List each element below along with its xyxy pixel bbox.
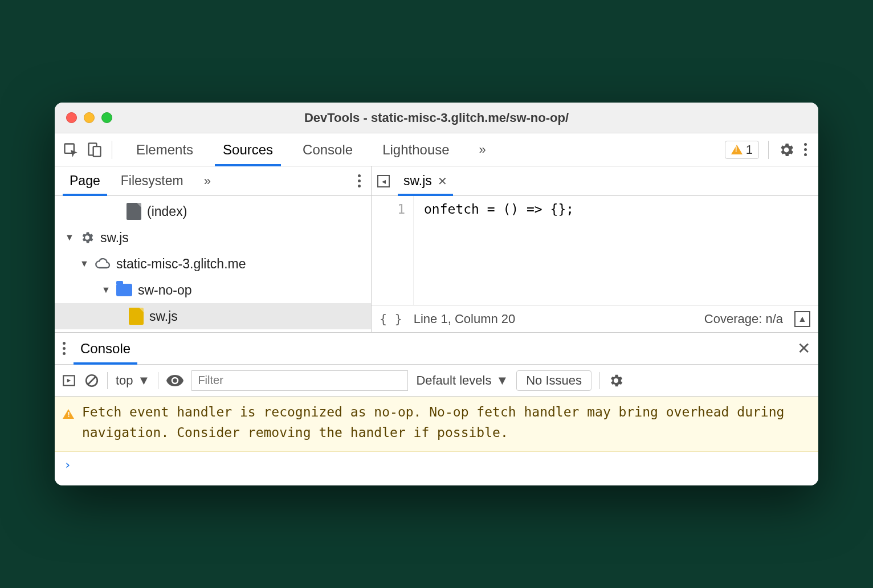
file-tab-label: sw.js — [403, 173, 432, 189]
file-icon — [127, 203, 141, 220]
code-content: onfetch = () => {}; — [414, 196, 574, 305]
disclosure-triangle-icon[interactable]: ▼ — [80, 259, 89, 269]
main-toolbar: Elements Sources Console Lighthouse » 1 — [55, 133, 818, 166]
divider — [599, 372, 600, 389]
tab-overflow[interactable]: » — [464, 133, 501, 166]
tree-item-index[interactable]: (index) — [55, 198, 371, 224]
tab-console[interactable]: Console — [288, 133, 368, 166]
drawer-more-icon[interactable] — [63, 342, 66, 355]
warning-icon — [63, 405, 74, 443]
console-warning-text: Fetch event handler is recognized as no-… — [82, 402, 810, 443]
console-settings-icon[interactable] — [608, 373, 624, 389]
warnings-count: 1 — [746, 142, 753, 157]
line-gutter: 1 — [372, 196, 414, 305]
window-close-button[interactable] — [66, 112, 77, 123]
levels-label: Default levels — [416, 373, 491, 388]
code-line: onfetch = () => {}; — [424, 202, 574, 217]
console-filter-input[interactable] — [191, 370, 408, 391]
titlebar: DevTools - static-misc-3.glitch.me/sw-no… — [55, 103, 818, 133]
log-levels-selector[interactable]: Default levels ▼ — [416, 373, 508, 388]
settings-icon[interactable] — [778, 141, 795, 158]
disclosure-triangle-icon[interactable]: ▼ — [65, 232, 74, 243]
navigator-tab-overflow[interactable]: » — [194, 166, 221, 195]
console-toolbar: top ▼ Default levels ▼ No Issues — [55, 365, 818, 397]
service-worker-icon — [80, 230, 95, 245]
navigator-tab-filesystem[interactable]: Filesystem — [111, 166, 194, 195]
drawer-tab-console[interactable]: Console — [70, 333, 141, 364]
divider — [158, 372, 158, 389]
traffic-lights — [66, 112, 112, 123]
file-tree: (index) ▼ sw.js ▼ static-misc-3.glitch.m… — [55, 196, 371, 332]
tab-sources[interactable]: Sources — [208, 133, 288, 166]
more-menu-icon[interactable] — [804, 143, 807, 156]
live-expression-icon[interactable] — [166, 375, 183, 386]
window-minimize-button[interactable] — [84, 112, 95, 123]
dropdown-icon: ▼ — [496, 373, 508, 388]
issues-label: No Issues — [526, 373, 582, 388]
context-label: top — [116, 373, 133, 388]
editor-status-bar: { } Line 1, Column 20 Coverage: n/a ▲ — [372, 305, 818, 332]
svg-rect-2 — [93, 146, 101, 157]
show-details-icon[interactable]: ▲ — [794, 311, 810, 327]
devtools-window: DevTools - static-misc-3.glitch.me/sw-no… — [55, 103, 818, 485]
clear-console-icon[interactable] — [84, 373, 99, 388]
cursor-position: Line 1, Column 20 — [414, 312, 516, 326]
toggle-sidebar-icon[interactable] — [62, 373, 76, 388]
editor-pane: ◂ sw.js ✕ 1 onfetch = () => {}; { } Line… — [372, 166, 818, 332]
tree-item-folder[interactable]: ▼ sw-no-op — [55, 277, 371, 303]
cloud-icon — [95, 258, 111, 270]
tree-item-file-swjs[interactable]: sw.js — [55, 303, 371, 329]
drawer-tabbar: Console ✕ — [55, 333, 818, 365]
device-toolbar-icon[interactable] — [87, 142, 103, 158]
navigator-tab-page[interactable]: Page — [59, 166, 111, 195]
issues-button[interactable]: No Issues — [516, 370, 591, 391]
code-editor[interactable]: 1 onfetch = () => {}; — [372, 196, 818, 305]
console-body: Fetch event handler is recognized as no-… — [55, 397, 818, 485]
tree-label: sw.js — [100, 230, 129, 246]
tree-item-domain[interactable]: ▼ static-misc-3.glitch.me — [55, 251, 371, 277]
tab-lighthouse[interactable]: Lighthouse — [368, 133, 464, 166]
warnings-badge[interactable]: 1 — [725, 141, 759, 159]
folder-icon — [116, 284, 132, 296]
line-number: 1 — [372, 202, 405, 217]
tree-label: static-misc-3.glitch.me — [116, 256, 246, 272]
console-prompt[interactable]: › — [55, 452, 818, 485]
inspect-element-icon[interactable] — [63, 142, 79, 158]
dropdown-icon: ▼ — [138, 373, 150, 388]
file-tab-swjs[interactable]: sw.js ✕ — [400, 166, 451, 195]
prompt-chevron-icon: › — [64, 458, 71, 472]
tree-label: sw-no-op — [138, 283, 192, 298]
navigator-pane: Page Filesystem » (index) ▼ s — [55, 166, 372, 332]
navigator-tabs: Page Filesystem » — [55, 166, 371, 196]
window-zoom-button[interactable] — [101, 112, 112, 123]
pretty-print-icon[interactable]: { } — [380, 312, 402, 326]
divider — [107, 372, 108, 389]
tree-label: sw.js — [149, 309, 178, 324]
close-icon[interactable]: ✕ — [438, 174, 447, 188]
js-file-icon — [129, 308, 144, 325]
navigator-more-icon[interactable] — [358, 174, 361, 187]
tab-elements[interactable]: Elements — [121, 133, 208, 166]
context-selector[interactable]: top ▼ — [116, 373, 150, 388]
window-title: DevTools - static-misc-3.glitch.me/sw-no… — [55, 111, 818, 125]
editor-tabbar: ◂ sw.js ✕ — [372, 166, 818, 196]
tree-label: (index) — [147, 204, 187, 219]
toggle-navigator-icon[interactable]: ◂ — [377, 175, 390, 187]
sources-panel: Page Filesystem » (index) ▼ s — [55, 166, 818, 333]
disclosure-triangle-icon[interactable]: ▼ — [101, 285, 111, 295]
coverage-label: Coverage: n/a — [704, 312, 783, 326]
svg-line-5 — [88, 377, 96, 384]
divider — [112, 141, 112, 159]
panel-tabs: Elements Sources Console Lighthouse » — [121, 133, 501, 166]
divider — [768, 141, 769, 159]
warning-icon — [731, 145, 743, 154]
console-warning-row[interactable]: Fetch event handler is recognized as no-… — [55, 397, 818, 451]
tree-item-sw-root[interactable]: ▼ sw.js — [55, 224, 371, 251]
close-drawer-icon[interactable]: ✕ — [797, 339, 810, 358]
